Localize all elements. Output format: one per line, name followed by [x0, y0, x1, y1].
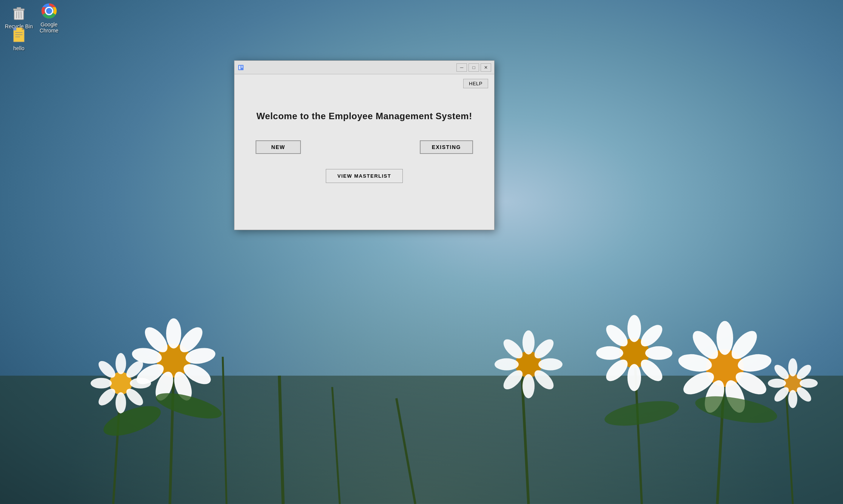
- svg-line-2: [170, 368, 174, 504]
- svg-point-45: [701, 378, 728, 415]
- svg-point-22: [176, 323, 207, 356]
- svg-point-44: [721, 378, 749, 415]
- svg-point-43: [732, 367, 770, 399]
- svg-line-7: [521, 357, 529, 504]
- app-window-icon: [237, 64, 244, 71]
- svg-point-50: [788, 358, 797, 376]
- svg-point-15: [123, 386, 146, 408]
- svg-point-19: [96, 358, 118, 381]
- svg-point-30: [619, 338, 649, 368]
- svg-point-31: [627, 315, 641, 342]
- svg-point-33: [645, 346, 672, 360]
- svg-point-42: [737, 352, 773, 374]
- help-row: HELP: [240, 79, 488, 88]
- svg-point-68: [154, 388, 224, 424]
- svg-point-35: [627, 364, 641, 391]
- svg-point-49: [783, 374, 802, 393]
- svg-point-38: [603, 321, 631, 350]
- help-button[interactable]: HELP: [463, 79, 488, 88]
- svg-rect-86: [241, 66, 243, 68]
- svg-point-65: [495, 358, 519, 370]
- view-masterlist-button[interactable]: VIEW MASTERLIST: [326, 169, 403, 183]
- svg-point-25: [171, 369, 195, 403]
- svg-point-66: [500, 336, 526, 362]
- maximize-button[interactable]: □: [469, 63, 479, 72]
- svg-line-10: [785, 376, 793, 504]
- svg-point-24: [180, 360, 214, 389]
- svg-point-57: [772, 363, 791, 382]
- google-chrome-icon[interactable]: Google Chrome: [34, 2, 64, 34]
- svg-point-69: [603, 396, 681, 430]
- title-bar: ─ □ ✕: [234, 61, 494, 74]
- hello-file-image: [10, 26, 28, 44]
- close-button[interactable]: ✕: [481, 63, 491, 72]
- hello-file-icon[interactable]: hello: [4, 26, 34, 51]
- welcome-area: Welcome to the Employee Management Syste…: [240, 88, 488, 224]
- svg-point-14: [130, 378, 151, 389]
- svg-point-23: [184, 346, 217, 366]
- svg-point-59: [522, 330, 535, 355]
- recycle-bin-image: [10, 4, 28, 22]
- svg-point-39: [706, 349, 744, 387]
- svg-line-6: [396, 398, 415, 504]
- svg-line-74: [17, 11, 17, 18]
- svg-point-53: [794, 385, 814, 404]
- svg-point-54: [788, 390, 797, 408]
- svg-point-79: [46, 8, 52, 14]
- google-chrome-label: Google Chrome: [34, 22, 64, 34]
- welcome-title: Welcome to the Employee Management Syste…: [256, 111, 472, 121]
- svg-point-58: [515, 351, 542, 378]
- svg-point-34: [637, 356, 666, 385]
- existing-button[interactable]: EXISTING: [420, 140, 473, 154]
- svg-line-1: [113, 383, 121, 504]
- window-content: HELP Welcome to the Employee Management …: [234, 74, 494, 230]
- svg-point-11: [109, 372, 132, 395]
- svg-line-4: [279, 376, 283, 504]
- new-button[interactable]: NEW: [256, 140, 301, 154]
- svg-point-26: [152, 369, 177, 403]
- svg-point-28: [131, 346, 163, 366]
- svg-point-52: [800, 379, 818, 388]
- svg-rect-73: [17, 7, 21, 9]
- svg-point-12: [116, 353, 126, 374]
- main-buttons: NEW EXISTING: [240, 140, 488, 154]
- svg-line-8: [634, 346, 642, 504]
- svg-point-46: [680, 367, 718, 399]
- svg-point-47: [677, 352, 713, 374]
- svg-point-29: [141, 323, 172, 356]
- google-chrome-image: [40, 2, 58, 20]
- svg-point-55: [772, 385, 791, 404]
- svg-point-61: [538, 358, 563, 370]
- svg-point-63: [522, 374, 535, 398]
- svg-point-51: [794, 363, 814, 382]
- svg-rect-0: [0, 376, 843, 504]
- svg-rect-83: [14, 28, 17, 31]
- flower-decoration: [0, 227, 843, 504]
- svg-point-62: [531, 367, 557, 393]
- svg-point-64: [500, 367, 526, 393]
- svg-line-3: [223, 357, 227, 504]
- svg-point-60: [531, 336, 557, 362]
- svg-point-32: [637, 321, 666, 350]
- title-bar-controls: ─ □ ✕: [456, 63, 491, 72]
- svg-point-37: [596, 346, 623, 360]
- app-window: ─ □ ✕ HELP Welcome to the Employee Manag…: [234, 60, 495, 230]
- minimize-button[interactable]: ─: [456, 63, 467, 72]
- svg-line-9: [717, 368, 725, 504]
- svg-point-67: [100, 400, 165, 442]
- view-masterlist-row: VIEW MASTERLIST: [240, 169, 488, 183]
- svg-point-48: [688, 327, 723, 363]
- svg-point-36: [603, 356, 631, 385]
- svg-line-76: [21, 11, 21, 18]
- svg-point-16: [116, 392, 126, 413]
- svg-point-56: [768, 379, 786, 388]
- svg-point-20: [157, 344, 191, 378]
- svg-point-27: [133, 360, 167, 389]
- svg-point-70: [693, 391, 779, 428]
- svg-line-5: [332, 387, 340, 504]
- svg-point-21: [166, 318, 181, 349]
- svg-point-18: [91, 378, 112, 389]
- title-bar-left: [237, 64, 244, 71]
- svg-rect-85: [239, 66, 240, 69]
- svg-point-13: [123, 358, 146, 381]
